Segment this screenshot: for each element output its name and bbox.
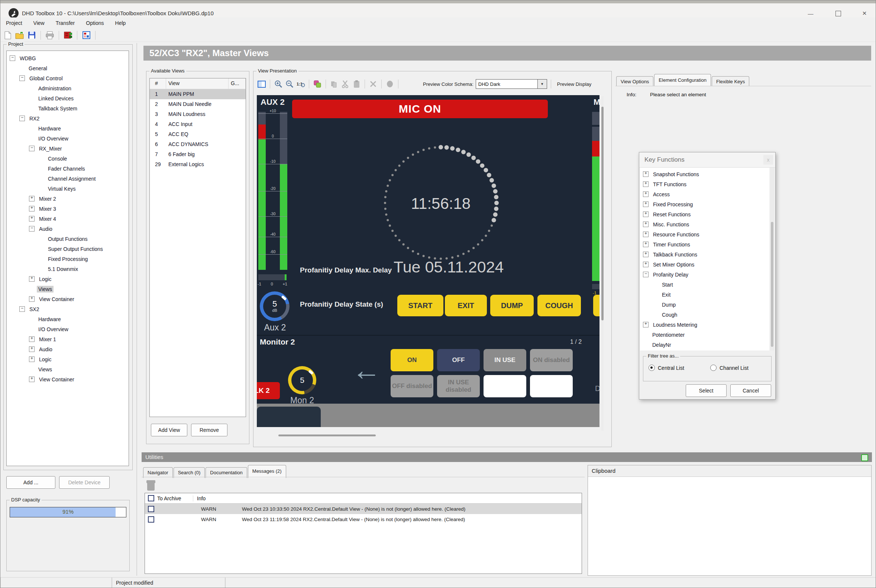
tree-item[interactable]: +Mixer 3	[7, 204, 129, 214]
tree-item[interactable]: −Global Control	[7, 73, 129, 83]
add-view-button[interactable]: Add View	[151, 424, 188, 436]
tree-item[interactable]: −RX2	[7, 113, 129, 123]
copy-icon[interactable]	[330, 80, 339, 88]
tree-item[interactable]: Channel Assignment	[7, 174, 129, 184]
tree-item[interactable]: +Mixer 1	[7, 334, 129, 344]
collapse-icon[interactable]: −	[20, 306, 25, 312]
collapse-icon[interactable]: −	[10, 56, 15, 61]
display-icon[interactable]	[257, 80, 266, 88]
dialog-close-icon[interactable]: x	[764, 155, 773, 165]
tree-item[interactable]: Fixed Processing	[7, 254, 129, 264]
tree-item[interactable]: Exit	[640, 290, 770, 300]
ellipse-icon[interactable]	[386, 80, 394, 88]
message-row[interactable]: WARNWed Oct 23 11:19:58 2024 RX2.Central…	[145, 514, 582, 525]
tab-navigator[interactable]: Navigator	[143, 467, 173, 478]
tree-item[interactable]: Potentiometer	[640, 330, 770, 340]
tree-item[interactable]: Console	[7, 153, 129, 164]
monitor-button-off-disabled[interactable]: OFF disabled	[391, 375, 434, 398]
tree-item[interactable]: +Talkback Functions	[640, 249, 770, 260]
menu-help[interactable]: Help	[110, 18, 132, 28]
preview-horizontal-scrollbar[interactable]	[278, 435, 376, 436]
tree-item[interactable]: +Snapshot Functions	[640, 169, 770, 179]
expand-icon[interactable]: +	[643, 191, 648, 197]
menu-options[interactable]: Options	[80, 18, 109, 28]
menu-project[interactable]: Project	[0, 18, 28, 28]
tree-item[interactable]: −RX_Mixer	[7, 144, 129, 153]
select-all-checkbox[interactable]	[148, 495, 154, 501]
cut-icon[interactable]	[341, 80, 350, 88]
expand-icon[interactable]: +	[29, 376, 34, 382]
preview-vertical-scrollbar[interactable]	[602, 96, 604, 431]
tab-view-options[interactable]: View Options	[616, 76, 653, 87]
tree-item[interactable]: Talkback System	[7, 104, 129, 113]
expand-icon[interactable]: +	[643, 201, 648, 207]
collapse-icon[interactable]: −	[643, 272, 648, 277]
tree-item[interactable]: −WDBG	[7, 53, 129, 63]
tree-item[interactable]: Administration	[7, 83, 129, 93]
expand-icon[interactable]: +	[29, 216, 34, 222]
collapse-icon[interactable]: −	[29, 226, 34, 231]
save-project-icon[interactable]	[27, 31, 36, 40]
expand-icon[interactable]: +	[643, 262, 648, 267]
transfer-device-icon[interactable]	[63, 31, 72, 40]
expand-icon[interactable]: +	[643, 252, 648, 257]
paste-icon[interactable]	[352, 80, 361, 88]
monitor-button-on[interactable]: ON	[391, 349, 434, 371]
message-checkbox[interactable]	[148, 516, 154, 523]
tree-item[interactable]: General	[7, 63, 129, 73]
tree-item[interactable]: Cough	[640, 310, 770, 320]
radio-central-list[interactable]: Central List	[648, 364, 684, 371]
expand-icon[interactable]: +	[29, 357, 34, 362]
tree-item[interactable]: DelayNr	[640, 340, 770, 350]
column-view[interactable]: View	[166, 78, 229, 89]
expand-icon[interactable]: +	[643, 171, 648, 177]
monitor-button-in-use[interactable]: IN USE	[483, 349, 526, 371]
tree-item[interactable]: −Audio	[7, 224, 129, 234]
view-list-row[interactable]: 6ACC DYNAMICS	[150, 140, 246, 149]
menu-view[interactable]: View	[28, 18, 50, 28]
view-list-row[interactable]: 4ACC Input	[150, 119, 246, 129]
tree-item[interactable]: +Mixer 2	[7, 194, 129, 204]
tree-item[interactable]: +Access	[640, 189, 770, 199]
expand-icon[interactable]: +	[29, 296, 34, 302]
monitor-button-blank[interactable]	[483, 375, 526, 398]
monitor-button-blank[interactable]	[530, 375, 573, 398]
radio-selected-icon[interactable]	[648, 364, 655, 371]
select-button[interactable]: Select	[686, 384, 727, 397]
tree-item[interactable]: Hardware	[7, 314, 129, 324]
view-list-row[interactable]: 29External Logics	[150, 159, 246, 170]
expand-icon[interactable]: +	[29, 206, 34, 212]
column-g[interactable]: G...	[229, 78, 246, 89]
zoom-in-icon[interactable]	[274, 80, 283, 88]
expand-icon[interactable]: +	[29, 346, 34, 352]
delete-icon[interactable]	[369, 80, 378, 88]
tree-item[interactable]: I/O Overview	[7, 324, 129, 334]
print-icon[interactable]	[45, 31, 54, 40]
tree-item[interactable]: Virtual Keys	[7, 184, 129, 194]
tree-item[interactable]: Start	[640, 279, 770, 290]
expand-icon[interactable]: +	[643, 182, 648, 187]
menu-transfer[interactable]: Transfer	[50, 18, 81, 28]
collapse-icon[interactable]: −	[20, 75, 25, 81]
tree-item[interactable]: Output Functions	[7, 234, 129, 244]
tree-item[interactable]: +Misc. Functions	[640, 219, 770, 230]
tab-flexible-keys[interactable]: Flexible Keys	[712, 76, 749, 87]
preview-footer-tab[interactable]	[257, 406, 321, 427]
open-project-icon[interactable]	[15, 31, 24, 40]
aux-level-knob[interactable]: 5 dB	[260, 291, 290, 321]
tab-documentation[interactable]: Documentation	[206, 467, 247, 478]
tree-item[interactable]: +Timer Functions	[640, 239, 770, 249]
tree-item[interactable]: −SX2	[7, 304, 129, 314]
back-arrow-icon[interactable]: ←	[352, 356, 381, 384]
key-functions-titlebar[interactable]: Key Functions x	[639, 152, 775, 168]
tree-item[interactable]: +TFT Functions	[640, 179, 770, 189]
utilities-restore-icon[interactable]	[861, 454, 868, 461]
tree-item[interactable]: Views	[7, 284, 129, 294]
expand-icon[interactable]: +	[29, 196, 34, 201]
archive-icon[interactable]	[146, 479, 156, 493]
delay-button-partial[interactable]	[593, 295, 600, 316]
collapse-icon[interactable]: −	[29, 146, 34, 151]
zoom-100-icon[interactable]: 1:1	[296, 80, 305, 88]
tab-search[interactable]: Search (0)	[174, 467, 205, 478]
view-list-row[interactable]: 5ACC EQ	[150, 129, 246, 140]
